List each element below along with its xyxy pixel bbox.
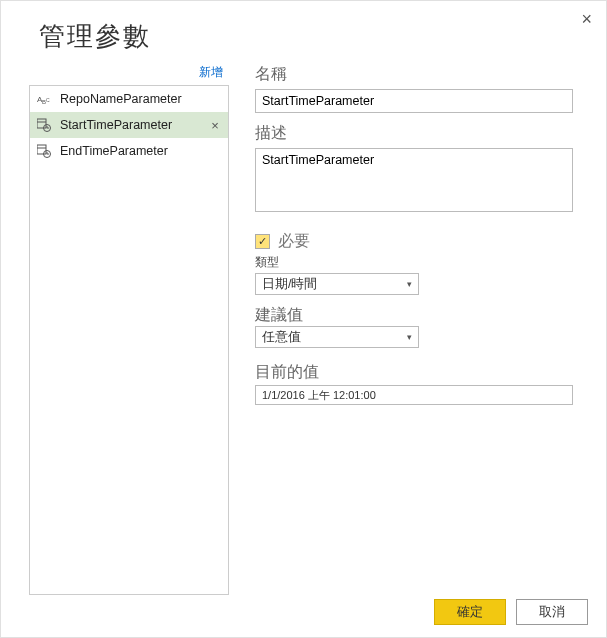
description-field[interactable]	[255, 148, 573, 212]
dialog-footer: 確定 取消	[434, 599, 588, 625]
name-field[interactable]	[255, 89, 573, 113]
delete-parameter-icon[interactable]: ×	[208, 118, 222, 133]
parameter-form: 名稱 描述 ✓ 必要 類型 日期/時間 ▾ 建議值 任意值 ▾ 目前的值	[229, 64, 578, 595]
parameter-label: RepoNameParameter	[60, 92, 222, 106]
suggested-value: 任意值	[262, 329, 301, 346]
type-dropdown[interactable]: 日期/時間 ▾	[255, 273, 419, 295]
suggested-dropdown[interactable]: 任意值 ▾	[255, 326, 419, 348]
svg-rect-3	[37, 119, 46, 128]
type-label: 類型	[255, 254, 578, 271]
new-parameter-link[interactable]: 新增	[29, 64, 229, 85]
name-label: 名稱	[255, 64, 578, 85]
current-value-field[interactable]	[255, 385, 573, 405]
type-value: 日期/時間	[262, 276, 317, 293]
close-icon[interactable]: ×	[581, 9, 592, 30]
suggested-label: 建議值	[255, 305, 578, 326]
dialog-title: 管理參數	[1, 1, 606, 64]
chevron-down-icon: ▾	[407, 279, 412, 289]
required-label: 必要	[278, 231, 310, 252]
cancel-button[interactable]: 取消	[516, 599, 588, 625]
datetime-type-icon	[36, 117, 52, 133]
chevron-down-icon: ▾	[407, 332, 412, 342]
parameter-label: StartTimeParameter	[60, 118, 208, 132]
parameter-list: ABC RepoNameParameter StartTimeParameter…	[29, 85, 229, 595]
parameter-label: EndTimeParameter	[60, 144, 222, 158]
text-type-icon: ABC	[36, 91, 52, 107]
current-value-label: 目前的值	[255, 362, 578, 383]
required-checkbox[interactable]: ✓	[255, 234, 270, 249]
parameter-item-starttime[interactable]: StartTimeParameter ×	[30, 112, 228, 138]
datetime-type-icon	[36, 143, 52, 159]
description-label: 描述	[255, 123, 578, 144]
ok-button[interactable]: 確定	[434, 599, 506, 625]
svg-text:C: C	[46, 97, 50, 103]
parameter-list-pane: 新增 ABC RepoNameParameter StartTimeParame…	[29, 64, 229, 595]
svg-rect-8	[37, 145, 46, 154]
parameter-item-reponame[interactable]: ABC RepoNameParameter	[30, 86, 228, 112]
parameter-item-endtime[interactable]: EndTimeParameter	[30, 138, 228, 164]
